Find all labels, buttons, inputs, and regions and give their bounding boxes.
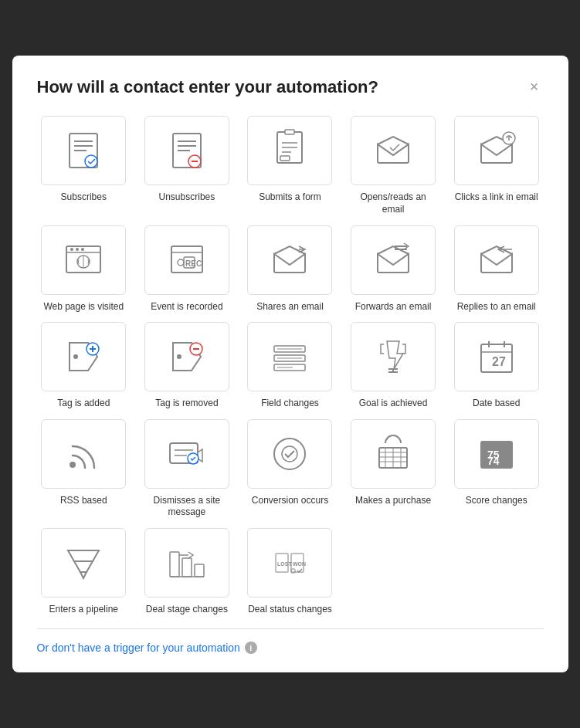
tile-event-recorded[interactable]: REC Event is recorded [140,225,234,313]
svg-text:LOST: LOST [277,561,292,567]
clicks-link-icon [454,116,539,185]
tile-web-page[interactable]: Web page is visited [37,225,131,313]
submits-form-icon [247,116,332,185]
tile-goal-achieved[interactable]: Goal is achieved [346,322,440,410]
trigger-grid: Subscribes Unsubscribes Submits a form O… [37,116,544,615]
tile-rss-based[interactable]: RSS based [37,419,131,519]
clicks-link-label: Clicks a link in email [455,191,538,204]
enters-pipeline-icon [41,528,126,598]
makes-purchase-icon [351,419,436,489]
makes-purchase-label: Makes a purchase [355,495,431,507]
svg-rect-77 [182,558,192,577]
field-changes-icon [247,322,332,391]
svg-point-4 [85,155,97,168]
conversion-occurs-label: Conversion occurs [252,495,328,507]
modal-title: How will a contact enter your automation… [37,77,379,97]
tile-tag-added[interactable]: Tag is added [37,322,131,410]
tile-shares-email[interactable]: Shares an email [243,225,337,313]
svg-point-37 [73,354,78,359]
modal-header: How will a contact enter your automation… [37,77,544,97]
rss-based-icon [41,419,126,489]
footer: Or don't have a trigger for your automat… [37,642,544,654]
tag-removed-label: Tag is removed [155,398,218,410]
tile-date-based[interactable]: 27 Date based [449,322,544,410]
svg-point-24 [76,248,79,251]
field-changes-label: Field changes [261,398,319,410]
info-icon[interactable]: i [245,642,257,654]
svg-rect-76 [170,552,179,577]
goal-achieved-icon [351,322,436,391]
tag-removed-icon [144,322,229,391]
tile-score-changes[interactable]: 75 74 Score changes [449,419,544,519]
tag-added-icon [41,322,126,391]
shares-email-icon [247,225,332,295]
dismisses-message-icon [144,419,229,489]
replies-email-icon [454,225,539,295]
deal-status-icon: LOST WON [247,528,332,598]
tile-conversion-occurs[interactable]: Conversion occurs [243,419,337,519]
unsubscribes-icon [144,116,229,185]
svg-point-25 [81,248,84,251]
tile-makes-purchase[interactable]: Makes a purchase [346,419,440,519]
svg-line-18 [393,144,409,155]
close-button[interactable]: × [525,77,544,96]
tile-field-changes[interactable]: Field changes [243,322,337,410]
replies-email-label: Replies to an email [457,301,536,313]
goal-achieved-label: Goal is achieved [359,398,428,410]
tile-tag-removed[interactable]: Tag is removed [140,322,234,410]
forwards-email-label: Forwards an email [355,301,432,313]
modal-dialog: How will a contact enter your automation… [12,56,568,672]
deal-status-label: Deal status changes [248,604,332,616]
conversion-occurs-icon [247,419,332,489]
svg-text:WON: WON [293,561,306,567]
deal-stage-label: Deal stage changes [146,604,228,616]
dismisses-message-label: Dismisses a site message [144,495,229,519]
web-page-icon [41,225,126,295]
tile-replies-email[interactable]: Replies to an email [449,225,544,313]
svg-rect-16 [280,156,290,161]
tile-dismisses-message[interactable]: Dismisses a site message [140,419,234,519]
svg-rect-78 [195,564,204,577]
enters-pipeline-label: Enters a pipeline [49,604,118,616]
score-changes-label: Score changes [466,495,527,507]
opens-email-icon [351,116,436,185]
svg-point-58 [70,462,76,468]
opens-email-label: Opens/reads an email [351,191,436,215]
rss-based-label: RSS based [60,495,107,507]
web-page-label: Web page is visited [43,301,124,313]
divider [37,628,544,629]
date-based-icon: 27 [454,322,539,391]
svg-point-63 [274,438,305,469]
svg-point-64 [282,446,297,462]
subscribes-icon [41,116,126,185]
tile-forwards-email[interactable]: Forwards an email [346,225,440,313]
score-changes-icon: 75 74 [454,419,539,489]
svg-point-41 [177,354,181,359]
tag-added-label: Tag is added [57,398,110,410]
svg-text:REC: REC [185,259,202,268]
svg-text:74: 74 [487,455,500,467]
tile-deal-stage[interactable]: Deal stage changes [140,528,234,616]
submits-form-label: Submits a form [259,191,321,204]
svg-line-17 [378,144,393,155]
deal-stage-icon [144,528,229,598]
svg-rect-12 [285,130,294,134]
tile-subscribes[interactable]: Subscribes [37,116,131,215]
tile-deal-status[interactable]: LOST WON Deal status changes [243,528,337,616]
svg-point-23 [70,248,73,251]
unsubscribes-label: Unsubscribes [159,191,215,204]
svg-text:27: 27 [492,355,506,368]
tile-opens-email[interactable]: Opens/reads an email [346,116,440,215]
tile-submits-form[interactable]: Submits a form [243,116,337,215]
tile-unsubscribes[interactable]: Unsubscribes [140,116,234,215]
no-trigger-link[interactable]: Or don't have a trigger for your automat… [37,642,240,654]
date-based-label: Date based [473,398,520,410]
tile-enters-pipeline[interactable]: Enters a pipeline [37,528,131,616]
subscribes-label: Subscribes [61,191,107,204]
modal-overlay[interactable]: How will a contact enter your automation… [0,0,580,728]
forwards-email-icon [351,225,436,295]
tile-clicks-link[interactable]: Clicks a link in email [449,116,544,215]
event-recorded-label: Event is recorded [151,301,222,313]
event-recorded-icon: REC [144,225,229,295]
shares-email-label: Shares an email [256,301,324,313]
